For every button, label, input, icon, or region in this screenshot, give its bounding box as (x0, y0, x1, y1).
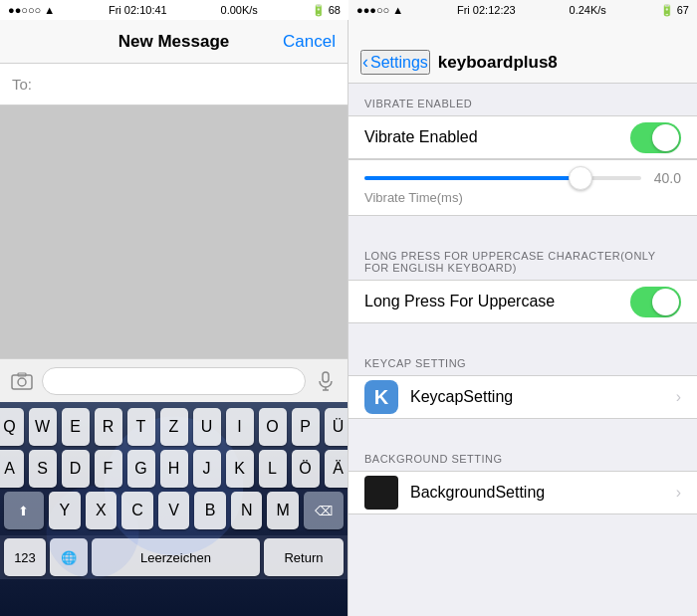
return-key[interactable]: Return (264, 538, 344, 576)
signal-dots: ●●○○○ (8, 4, 41, 16)
long-press-toggle[interactable] (630, 287, 681, 317)
mic-button[interactable] (312, 367, 340, 395)
key-u[interactable]: U (193, 408, 221, 446)
main-content: New Message Cancel To: (0, 20, 697, 616)
key-b[interactable]: B (194, 492, 226, 529)
shift-key[interactable]: ⬆ (4, 492, 44, 529)
key-v[interactable]: V (158, 492, 190, 529)
key-ue[interactable]: Ü (325, 408, 348, 446)
key-z[interactable]: Z (160, 408, 188, 446)
vibrate-toggle[interactable] (630, 122, 681, 153)
slider-section: 40.0 Vibrate Time(ms) (348, 159, 697, 216)
status-bars: ●●○○○ ▲ Fri 02:10:41 0.00K/s 🔋 68 ●●●○○ … (0, 0, 697, 20)
messages-panel: New Message Cancel To: (0, 20, 348, 616)
key-ae[interactable]: Ä (325, 450, 348, 488)
space-key[interactable]: Leerzeichen (92, 538, 260, 576)
long-press-toggle-thumb (652, 289, 679, 315)
toggle-thumb (652, 124, 679, 151)
section-header-vibrate: VIBRATE ENABLED (348, 84, 697, 115)
key-row-1: Q W E R T Z U I O P Ü (4, 408, 344, 446)
section-header-background: BACKGROUND SETTING (348, 439, 697, 471)
long-press-label: Long Press For Uppercase (364, 293, 630, 310)
svg-point-1 (18, 378, 26, 386)
right-signal-dots: ●●●○○ (356, 4, 389, 16)
slider-thumb[interactable] (569, 166, 592, 190)
left-signal-icons: ●●○○○ ▲ (8, 4, 55, 16)
key-g[interactable]: G (127, 450, 155, 488)
settings-content: VIBRATE ENABLED Vibrate Enabled 40.0 Vib… (348, 84, 697, 616)
key-e[interactable]: E (62, 408, 90, 446)
key-a[interactable]: A (0, 450, 24, 488)
slider-value: 40.0 (649, 170, 681, 186)
vibrate-label: Vibrate Enabled (364, 128, 630, 146)
key-oe[interactable]: Ö (292, 450, 320, 488)
key-s[interactable]: S (29, 450, 57, 488)
vibrate-enabled-cell[interactable]: Vibrate Enabled (348, 115, 697, 159)
key-o[interactable]: O (259, 408, 287, 446)
key-n[interactable]: N (231, 492, 263, 529)
battery-icon: 🔋 (312, 4, 326, 16)
settings-nav-bar: ‹ Settings keyboardplus8 (348, 20, 697, 84)
nav-title: New Message (118, 32, 230, 52)
key-x[interactable]: X (86, 492, 117, 529)
section-gap-2 (348, 323, 697, 343)
to-field[interactable]: To: (0, 64, 348, 105)
keyboard: Q W E R T Z U I O P Ü A S D F (0, 402, 348, 616)
right-signal-icons: ●●●○○ ▲ (356, 4, 403, 16)
slider-track[interactable] (364, 176, 641, 180)
settings-nav-inner: ‹ Settings keyboardplus8 (360, 50, 685, 75)
key-i[interactable]: I (226, 408, 254, 446)
left-battery: 🔋 68 (312, 4, 341, 17)
key-k[interactable]: K (226, 450, 254, 488)
key-m[interactable]: M (267, 492, 299, 529)
key-y[interactable]: Y (49, 492, 81, 529)
key-h[interactable]: H (160, 450, 188, 488)
keycap-label: KeycapSetting (410, 388, 676, 406)
num-key[interactable]: 123 (4, 538, 46, 576)
right-speed: 0.24K/s (570, 4, 606, 16)
slider-label: Vibrate Time(ms) (364, 190, 681, 205)
background-chevron-icon: › (676, 484, 681, 502)
cancel-button[interactable]: Cancel (283, 32, 336, 52)
svg-rect-3 (323, 372, 329, 382)
globe-key[interactable]: 🌐 (50, 538, 88, 576)
keyboard-rows: Q W E R T Z U I O P Ü A S D F (0, 402, 348, 535)
message-body[interactable] (0, 105, 348, 358)
key-j[interactable]: J (193, 450, 221, 488)
long-press-cell[interactable]: Long Press For Uppercase (348, 280, 697, 323)
right-time: Fri 02:12:23 (457, 4, 516, 16)
key-t[interactable]: T (127, 408, 155, 446)
back-label: Settings (370, 54, 428, 72)
settings-title: keyboardplus8 (438, 53, 558, 73)
section-gap-3 (348, 419, 697, 439)
key-f[interactable]: F (95, 450, 122, 488)
background-setting-cell[interactable]: BackgroundSetting › (348, 471, 697, 514)
key-p[interactable]: P (292, 408, 320, 446)
key-r[interactable]: R (95, 408, 122, 446)
right-wifi-icon: ▲ (392, 4, 403, 16)
camera-button[interactable] (8, 367, 36, 395)
wifi-icon: ▲ (44, 4, 55, 16)
key-q[interactable]: Q (0, 408, 24, 446)
svg-rect-0 (12, 375, 32, 389)
key-c[interactable]: C (121, 492, 153, 529)
messages-nav-bar: New Message Cancel (0, 20, 348, 64)
key-w[interactable]: W (29, 408, 57, 446)
slider-row: 40.0 (364, 170, 681, 186)
back-button[interactable]: ‹ Settings (360, 50, 430, 75)
key-l[interactable]: L (259, 450, 287, 488)
backspace-key[interactable]: ⌫ (304, 492, 344, 529)
keycap-setting-cell[interactable]: K KeycapSetting › (348, 375, 697, 419)
back-chevron-icon: ‹ (362, 52, 368, 73)
to-label: To: (12, 76, 32, 93)
settings-panel: ‹ Settings keyboardplus8 VIBRATE ENABLED… (348, 20, 697, 616)
left-time: Fri 02:10:41 (109, 4, 167, 16)
left-status-bar: ●●○○○ ▲ Fri 02:10:41 0.00K/s 🔋 68 (0, 0, 348, 20)
message-input[interactable] (42, 367, 306, 395)
key-d[interactable]: D (62, 450, 90, 488)
keycap-icon: K (364, 380, 398, 414)
key-row-3: ⬆ Y X C V B N M ⌫ (4, 492, 344, 529)
right-status-bar: ●●●○○ ▲ Fri 02:12:23 0.24K/s 🔋 67 (348, 0, 697, 20)
slider-fill (364, 176, 585, 180)
kb-toolbar: 123 🌐 Leerzeichen Return (0, 535, 348, 579)
